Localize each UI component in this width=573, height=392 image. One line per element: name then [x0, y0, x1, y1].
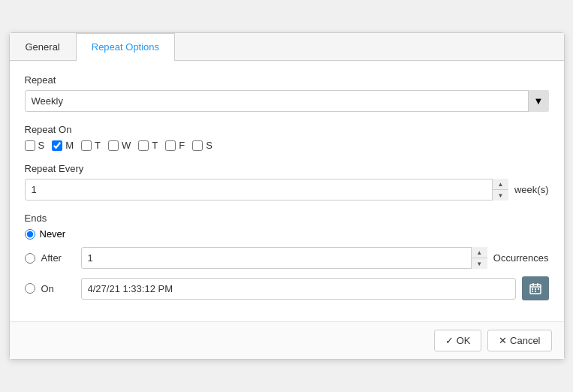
repeat-every-row: ▲ ▼ week(s): [25, 179, 549, 201]
ends-after-label: After: [41, 252, 75, 264]
cancel-button[interactable]: ✕ Cancel: [487, 330, 551, 351]
day-sat-checkbox[interactable]: [192, 140, 203, 151]
ok-button[interactable]: ✓ OK: [434, 330, 481, 351]
ends-label: Ends: [25, 213, 549, 224]
ends-after-up-btn[interactable]: ▲: [472, 247, 487, 258]
repeat-every-input[interactable]: [25, 179, 508, 201]
dialog: General Repeat Options Repeat Daily Week…: [9, 32, 565, 360]
day-thu: T: [138, 140, 158, 151]
svg-rect-5: [535, 288, 536, 290]
repeat-every-spinner-btns: ▲ ▼: [492, 179, 508, 201]
ends-after-radio[interactable]: [25, 253, 35, 264]
day-wed: W: [108, 140, 131, 151]
day-wed-checkbox[interactable]: [108, 140, 119, 151]
calendar-icon: [529, 282, 541, 294]
repeat-every-group: Repeat Every ▲ ▼ week(s): [25, 163, 549, 201]
ends-never-radio[interactable]: [25, 229, 35, 240]
repeat-on-row: S M T W T: [25, 140, 549, 151]
ends-section: Ends Never After ▲ ▼ Occurrences: [25, 213, 549, 300]
tab-general[interactable]: General: [10, 33, 76, 60]
repeat-group: Repeat Daily Weekly Monthly Yearly ▼: [25, 74, 549, 112]
ends-on-row: On: [25, 276, 549, 300]
ends-after-spinner: ▲ ▼: [81, 247, 487, 269]
day-tue-checkbox[interactable]: [81, 140, 92, 151]
ends-after-down-btn[interactable]: ▼: [472, 258, 487, 269]
ends-on-label: On: [41, 283, 75, 294]
ends-never-row: Never: [25, 228, 549, 240]
repeat-every-up-btn[interactable]: ▲: [493, 179, 508, 190]
day-sun-label: S: [38, 140, 45, 151]
day-wed-label: W: [122, 140, 131, 151]
repeat-select-wrapper: Daily Weekly Monthly Yearly ▼: [25, 90, 549, 112]
repeat-every-down-btn[interactable]: ▼: [493, 190, 508, 201]
day-fri-label: F: [179, 140, 185, 151]
day-sun-checkbox[interactable]: [25, 140, 35, 151]
svg-rect-7: [532, 291, 533, 292]
day-mon-label: M: [65, 140, 74, 151]
day-sun: S: [25, 140, 45, 151]
occurrences-label: Occurrences: [493, 252, 549, 264]
repeat-on-group: Repeat On S M T W: [25, 124, 549, 151]
repeat-on-label: Repeat On: [25, 124, 549, 135]
repeat-every-label: Repeat Every: [25, 163, 549, 174]
day-mon-checkbox[interactable]: [52, 140, 62, 151]
ends-on-date-row: [81, 276, 549, 300]
tab-content: Repeat Daily Weekly Monthly Yearly ▼ Rep…: [10, 61, 564, 321]
day-tue: T: [81, 140, 101, 151]
day-fri: F: [165, 140, 185, 151]
ends-on-date-input[interactable]: [81, 278, 516, 300]
repeat-select[interactable]: Daily Weekly Monthly Yearly: [25, 90, 549, 112]
svg-rect-6: [538, 288, 539, 290]
repeat-label: Repeat: [25, 74, 549, 86]
ends-after-spinner-btns: ▲ ▼: [471, 247, 487, 269]
day-thu-checkbox[interactable]: [138, 140, 149, 151]
repeat-every-unit: week(s): [514, 184, 549, 195]
day-tue-label: T: [95, 140, 101, 151]
dialog-footer: ✓ OK ✕ Cancel: [10, 321, 564, 359]
svg-rect-8: [535, 291, 536, 292]
day-mon: M: [52, 140, 74, 151]
ends-never-label: Never: [40, 228, 66, 240]
day-thu-label: T: [152, 140, 158, 151]
calendar-button[interactable]: [522, 276, 549, 300]
ends-after-input[interactable]: [81, 247, 487, 269]
repeat-every-spinner: ▲ ▼: [25, 179, 508, 201]
ends-after-row: After ▲ ▼ Occurrences: [25, 247, 549, 269]
day-sat: S: [192, 140, 213, 151]
day-fri-checkbox[interactable]: [165, 140, 176, 151]
day-sat-label: S: [206, 140, 213, 151]
ends-on-radio[interactable]: [25, 283, 35, 294]
tab-repeat-options[interactable]: Repeat Options: [76, 33, 175, 61]
svg-rect-4: [532, 288, 533, 290]
tab-bar: General Repeat Options: [10, 33, 564, 61]
